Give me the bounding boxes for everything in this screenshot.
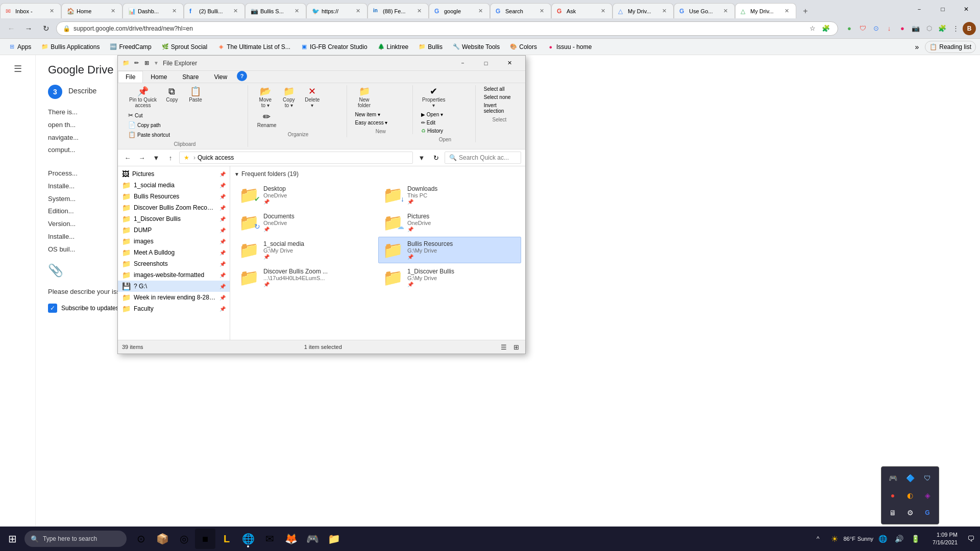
bookmark-star-icon[interactable]: ☆ — [807, 23, 818, 34]
tab-close-inbox[interactable]: ✕ — [48, 7, 56, 15]
sidebar-item-dump[interactable]: 📁 DUMP 📌 — [118, 224, 230, 236]
ext-icon-download[interactable]: ↓ — [883, 22, 895, 35]
ext-icon-shield[interactable]: 🛡 — [856, 22, 869, 35]
bookmark-website-tools[interactable]: 🔧 Website Tools — [449, 41, 504, 53]
fe-dropdown-button[interactable]: ▼ — [416, 152, 427, 163]
close-button[interactable]: ✕ — [954, 0, 978, 18]
taskbar-search[interactable]: 🔍 Type here to search — [24, 531, 127, 547]
bookmark-linktree[interactable]: 🌲 Linktree — [374, 41, 413, 53]
bookmark-bullis-apps[interactable]: 📁 Bullis Applications — [37, 41, 104, 53]
copy-path-button[interactable]: 📄 Copy path — [126, 120, 172, 130]
tab-close-usego[interactable]: ✕ — [722, 7, 729, 15]
start-button[interactable]: ⊞ — [2, 529, 22, 549]
taskbar-mail[interactable]: ✉ — [259, 529, 280, 549]
tab-close-ask[interactable]: ✕ — [599, 7, 607, 15]
tray-settings[interactable]: ⚙ — [903, 506, 917, 520]
edit-button[interactable]: ✏ Edit — [419, 119, 445, 127]
history-button[interactable]: ♻ History — [419, 127, 445, 135]
move-to-button[interactable]: 📂 Moveto ▾ — [254, 85, 277, 110]
folder-downloads[interactable]: 📁 ↓ Downloads This PC 📌 — [378, 182, 521, 208]
tab-close-mydrive2[interactable]: ✕ — [783, 7, 791, 15]
folder-social-media[interactable]: 📁 1_social media G:\My Drive 📌 — [234, 237, 377, 263]
tray-battery-icon[interactable]: 🔋 — [908, 532, 922, 546]
new-folder-button[interactable]: 📁 Newfolder — [353, 85, 376, 110]
paste-button[interactable]: 📋 Paste — [184, 85, 207, 104]
fe-breadcrumb[interactable]: ★ › Quick access — [179, 152, 413, 164]
tab-instagram[interactable]: 📷 Bullis S... ✕ — [245, 3, 306, 18]
sidebar-item-screenshots[interactable]: 📁 Screenshots 📌 — [118, 258, 230, 269]
fe-minimize-button[interactable]: － — [451, 56, 474, 71]
bookmark-sprout[interactable]: 🌿 Sprout Social — [158, 41, 211, 53]
taskbar-task-view[interactable]: ⊙ — [131, 529, 151, 549]
tab-close-mydrive1[interactable]: ✕ — [660, 7, 668, 15]
open-button[interactable]: ▶ Open ▾ — [419, 111, 445, 118]
tab-home[interactable]: 🏠 Home ✕ — [61, 3, 122, 18]
ext-icon-chrome[interactable]: ⊙ — [870, 22, 882, 35]
tab-mydrive1[interactable]: △ My Driv... ✕ — [612, 3, 674, 18]
ext-icon-circle[interactable]: ● — [896, 22, 909, 35]
tab-facebook[interactable]: f (2) Bulli... ✕ — [184, 3, 245, 18]
tab-search[interactable]: G Search ✕ — [490, 3, 551, 18]
new-tab-button[interactable]: + — [798, 4, 813, 18]
select-all-button[interactable]: Select all — [482, 85, 517, 93]
select-none-button[interactable]: Select none — [482, 93, 517, 101]
folder-discover-bullis[interactable]: 📁 1_Discover Bullis G:\My Drive 📌 — [378, 264, 521, 291]
tray-red-app[interactable]: ● — [886, 488, 900, 503]
fe-back-button[interactable]: ← — [122, 152, 133, 163]
ext-icon-1[interactable]: ● — [843, 22, 855, 35]
copy-to-button[interactable]: 📁 Copyto ▾ — [278, 85, 300, 110]
taskbar-file-explorer[interactable]: 📁 — [324, 529, 344, 549]
bookmark-bullis[interactable]: 📁 Bullis — [414, 41, 447, 53]
sidebar-item-zoom[interactable]: 📁 Discover Bullis Zoom Recordings 📌 — [118, 202, 230, 213]
pin-to-quick-access-button[interactable]: 📌 Pin to Quickaccess — [126, 85, 160, 110]
tab-close-facebook[interactable]: ✕ — [232, 7, 239, 15]
tray-bluetooth[interactable]: 🔷 — [903, 471, 917, 485]
fe-close-button[interactable]: ✕ — [498, 56, 521, 71]
notification-button[interactable]: 🗨 — [964, 532, 978, 546]
rename-button[interactable]: ✏ Rename — [254, 111, 280, 130]
reload-button[interactable]: ↻ — [39, 21, 53, 36]
bookmark-apps[interactable]: ⊞ Apps — [4, 41, 35, 53]
bookmark-colors[interactable]: 🎨 Colors — [506, 41, 541, 53]
sidebar-item-week-review[interactable]: 📁 Week in review ending 8-28-20 📌 — [118, 292, 230, 303]
taskbar-lens[interactable]: L — [216, 529, 237, 549]
sidebar-item-discover[interactable]: 📁 1_Discover Bullis 📌 — [118, 213, 230, 224]
grid-view-button[interactable]: ⊞ — [511, 342, 521, 352]
bookmark-igfb[interactable]: ▣ IG-FB Creator Studio — [297, 41, 372, 53]
taskbar-cortana[interactable]: ◎ — [174, 529, 194, 549]
sidebar-item-images[interactable]: 📁 images 📌 — [118, 236, 230, 247]
sidebar-item-g-drive[interactable]: 💾 ? G:\ 📌 — [118, 281, 230, 292]
sidebar-item-bullis-resources[interactable]: 📁 Bullis Resources 📌 — [118, 191, 230, 202]
tray-network-icon[interactable]: 🌐 — [875, 532, 890, 546]
paste-shortcut-button[interactable]: 📋 Paste shortcut — [126, 130, 172, 139]
subscribe-checkbox[interactable]: ✓ — [48, 304, 57, 313]
easy-access-button[interactable]: Easy access ▾ — [353, 119, 390, 127]
frequent-folders-header[interactable]: ▼ Frequent folders (19) — [234, 170, 521, 178]
taskbar-browser[interactable]: 🌐 — [238, 529, 258, 549]
tray-vpn[interactable]: ◈ — [920, 488, 935, 503]
fe-refresh-button[interactable]: ↻ — [430, 152, 442, 163]
sidebar-item-bulldog[interactable]: 📁 Meet A Bulldog 📌 — [118, 247, 230, 258]
reading-list-button[interactable]: 📋 Reading list — [925, 41, 976, 53]
more-bookmarks-button[interactable] — [747, 41, 760, 53]
tray-collapse-button[interactable]: ^ — [811, 532, 825, 546]
tab-twitter[interactable]: 🐦 https:// ✕ — [306, 3, 368, 18]
tray-volume-icon[interactable]: 🔊 — [892, 532, 906, 546]
sidebar-item-social-media[interactable]: 📁 1_social media 📌 — [118, 180, 230, 191]
tab-linkedin[interactable]: in (88) Fe... ✕ — [368, 3, 429, 18]
tab-close-dashb[interactable]: ✕ — [170, 7, 178, 15]
tab-dashb[interactable]: 📊 Dashb... ✕ — [122, 3, 184, 18]
fe-maximize-button[interactable]: □ — [474, 56, 498, 71]
forward-button[interactable]: → — [21, 21, 36, 36]
extensions-icon[interactable]: 🧩 — [820, 23, 831, 34]
folder-discover-zoom[interactable]: 📁 Discover Bullis Zoom ... ...\17ud4H0Lb… — [234, 264, 377, 291]
more-bookmarks-chevron[interactable]: » — [911, 41, 923, 53]
taskbar-apps-btn[interactable]: ■ — [195, 529, 215, 549]
tab-usego[interactable]: G Use Go... ✕ — [674, 3, 735, 18]
ext-icon-gray[interactable]: ⬡ — [923, 22, 935, 35]
tab-google1[interactable]: G google ✕ — [429, 3, 490, 18]
tab-close-linkedin[interactable]: ✕ — [415, 7, 423, 15]
tab-close-instagram[interactable]: ✕ — [293, 7, 301, 15]
folder-pictures[interactable]: 📁 ☁ Pictures OneDrive 📌 — [378, 209, 521, 236]
taskbar-firefox[interactable]: 🦊 — [281, 529, 301, 549]
